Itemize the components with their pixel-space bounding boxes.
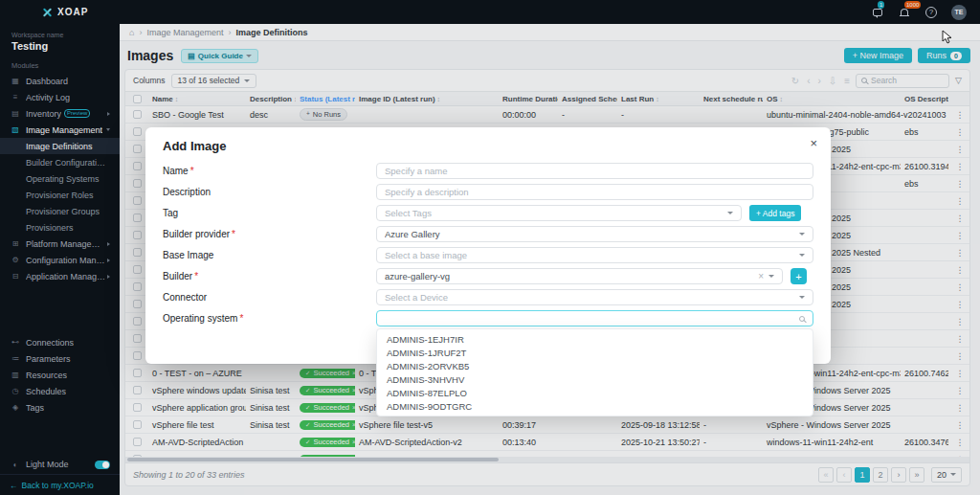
clear-icon[interactable]: ×	[758, 271, 764, 281]
os-option[interactable]: ADMINIS-9ODTGRC	[377, 399, 813, 413]
required-asterisk: *	[190, 166, 194, 176]
tag-field-label: Tag	[163, 208, 376, 218]
operating-system-search-input[interactable]	[385, 313, 794, 324]
base-image-select[interactable]: Select a base image	[376, 247, 813, 263]
operating-system-field-label: Operating system*	[163, 313, 376, 324]
connector-select[interactable]: Select a Device	[376, 289, 813, 305]
required-asterisk: *	[232, 229, 235, 239]
operating-system-search	[376, 310, 813, 326]
builder-provider-field-label: Builder provider*	[163, 229, 376, 239]
modal-title: Add Image	[163, 139, 813, 153]
chevron-down-icon	[768, 275, 774, 278]
connector-field-label: Connector	[163, 292, 376, 303]
description-field-label: Description	[163, 187, 376, 197]
name-field[interactable]	[376, 163, 813, 179]
add-tags-button[interactable]: + Add tags	[749, 205, 801, 221]
os-option[interactable]: ADMINIS-1EJH7IR	[377, 332, 813, 346]
base-image-field-label: Base Image	[163, 250, 376, 260]
os-option[interactable]: ADMINIS-1JRUF2T	[377, 346, 813, 359]
builder-provider-select[interactable]: Azure Gallery	[376, 226, 813, 242]
os-option[interactable]: ADMINIS-3NHVHV	[377, 372, 813, 386]
search-icon	[799, 316, 805, 322]
chevron-down-icon	[799, 296, 805, 299]
add-image-modal: Add Image × Name* Description Tag Select…	[145, 127, 831, 364]
builder-select[interactable]: azure-gallery-vg ×	[376, 268, 783, 284]
os-option[interactable]: ADMINIS-2ORVKB5	[377, 359, 813, 372]
chevron-down-icon	[799, 254, 805, 257]
builder-field-label: Builder*	[163, 271, 376, 281]
chevron-down-icon	[799, 233, 805, 236]
close-icon[interactable]: ×	[810, 136, 817, 150]
add-builder-button[interactable]: +	[791, 268, 807, 284]
operating-system-dropdown: ADMINIS-1EJH7IRADMINIS-1JRUF2TADMINIS-2O…	[376, 328, 813, 416]
required-asterisk: *	[239, 313, 243, 324]
os-option[interactable]: ADMINIS-87ELPLO	[377, 386, 813, 399]
required-asterisk: *	[194, 271, 198, 281]
tag-select[interactable]: Select Tags	[376, 205, 742, 221]
chevron-down-icon	[727, 212, 733, 214]
name-field-label: Name*	[163, 166, 376, 176]
description-field[interactable]	[376, 184, 813, 200]
